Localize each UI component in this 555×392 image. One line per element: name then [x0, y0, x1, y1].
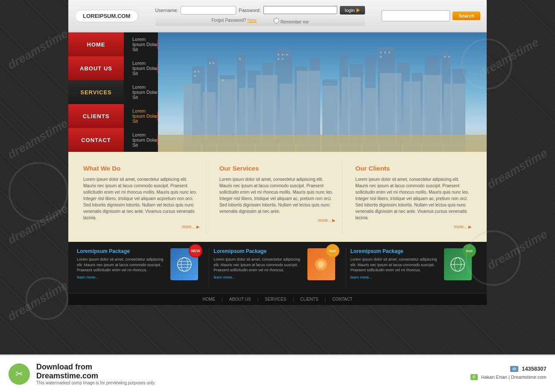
svg-rect-50	[444, 56, 446, 58]
package-1-box: NEW	[170, 248, 198, 280]
nav-clients[interactable]: CLIENTS Lorem Ipsum Dolar Sit	[68, 104, 158, 128]
nav-home-text: Lorem Ipsum Dolar Sit	[124, 37, 158, 52]
package-icon	[313, 256, 330, 273]
svg-rect-38	[213, 62, 214, 64]
package-1-badge: NEW	[189, 244, 202, 258]
svg-rect-35	[198, 71, 199, 73]
nav-home[interactable]: HOME Lorem Ipsum Dolar Sit	[68, 32, 158, 56]
package-2-body: Lorem ipsum dolor sit amet, consectetur …	[213, 257, 303, 273]
download-text: Download from Dreamstime.com This waterm…	[36, 363, 155, 385]
forgot-link[interactable]: Here	[247, 18, 257, 23]
package-3-box: %30	[444, 248, 472, 280]
col1-more[interactable]: more... ▶	[83, 224, 200, 229]
col3-body: Lorem ipsum dolor sit amet, consectetur …	[355, 176, 472, 221]
svg-rect-47	[384, 52, 386, 53]
package-2-text: Loremipsum Package Lorem ipsum dolor sit…	[213, 248, 303, 279]
city-skyline-svg	[158, 32, 487, 152]
content-col-3: Our Clients Lorem ipsum dolor sit amet, …	[349, 160, 478, 233]
package-2: Loremipsum Package Lorem ipsum dolor sit…	[213, 248, 341, 287]
footer-nav: HOME | ABOUT US | SERVICES | CLIENTS | C…	[68, 293, 487, 305]
svg-rect-42	[282, 54, 283, 55]
nav-services[interactable]: SERVICES Lorem Ipsum Dolar Sit	[68, 80, 158, 104]
website-container: LOREIPSUM.COM Username: Password: login …	[68, 0, 487, 305]
content-col-2: Our Services Lorem ipsum dolor sit amet,…	[213, 160, 343, 233]
remember-me-radio[interactable]	[274, 18, 279, 23]
footer-home[interactable]: HOME	[202, 297, 215, 302]
svg-rect-43	[286, 54, 288, 55]
search-input[interactable]	[382, 10, 450, 21]
nav-clients-text: Lorem Ipsum Dolar Sit	[124, 108, 158, 124]
svg-rect-41	[278, 54, 279, 55]
svg-point-59	[318, 261, 324, 268]
globe-icon	[176, 256, 193, 273]
author-text: Hakan Ertan | Dreamstime.com	[481, 375, 546, 380]
package-3-badge: %30	[462, 244, 476, 258]
nav-home-tab[interactable]: HOME	[68, 32, 124, 56]
packages-section: Loremipsum Package Lorem ipsum dolor sit…	[68, 242, 487, 293]
package-1-text: Loremipsum Package Lorem ipsum dolor sit…	[77, 248, 166, 279]
svg-rect-46	[380, 52, 382, 53]
username-input[interactable]	[181, 6, 236, 15]
bottom-bar: ✂ Download from Dreamstime.com This wate…	[0, 354, 555, 392]
logo: LOREIPSUM.COM	[75, 10, 138, 22]
package-1-learn[interactable]: learn more...	[77, 275, 166, 279]
col1-title: What We Do	[83, 165, 200, 172]
nav-clients-tab[interactable]: CLIENTS	[68, 104, 124, 128]
header-sub: Forgot Password? Here Remember me	[155, 16, 365, 26]
nav-services-tab[interactable]: SERVICES	[68, 80, 124, 104]
nav-contact[interactable]: CONTACT Lorem Ipsum Dolar Sit	[68, 128, 158, 152]
main-area: HOME Lorem Ipsum Dolar Sit ABOUT US Lore…	[68, 32, 487, 152]
login-button[interactable]: login	[340, 6, 365, 15]
package-3: Loremipsum Package Lorem ipsum dolor sit…	[351, 248, 478, 287]
svg-rect-40	[239, 58, 241, 60]
download-title: Download from	[36, 363, 155, 372]
col1-body: Lorem ipsum dolor sit amet, consectetur …	[83, 176, 200, 221]
col3-title: Our Clients	[355, 165, 472, 172]
package-3-img: %30	[444, 248, 478, 287]
nav-contact-tab[interactable]: CONTACT	[68, 128, 124, 152]
remember-me-area: Remember me	[274, 18, 309, 24]
username-label: Username:	[155, 8, 178, 13]
nav-services-text: Lorem Ipsum Dolar Sit	[124, 84, 158, 100]
svg-rect-52	[158, 135, 487, 152]
package-2-box: %20	[307, 248, 335, 280]
site-name: Dreamstime.com	[36, 372, 155, 380]
play-icon	[356, 8, 360, 12]
package-1-body: Lorem ipsum dolor sit amet, consectetur …	[77, 257, 166, 273]
forgot-password-text: Forgot Password? Here	[211, 18, 257, 24]
col2-more[interactable]: more... ▶	[219, 218, 336, 223]
svg-rect-34	[194, 71, 196, 73]
package-2-title[interactable]: Loremipsum Package	[213, 248, 303, 254]
password-label: Password:	[239, 8, 260, 13]
svg-rect-51	[448, 56, 450, 58]
footer-sep-2: |	[257, 297, 259, 302]
password-input[interactable]	[263, 6, 337, 14]
footer-services[interactable]: SERVICES	[265, 297, 286, 302]
scissors-icon: ✂	[9, 363, 30, 385]
id-row: ID 14358307	[470, 366, 546, 372]
disclaimer: This watermarked comp image is for previ…	[36, 380, 155, 385]
bottom-left: ✂ Download from Dreamstime.com This wate…	[0, 358, 462, 389]
nav-about-tab[interactable]: ABOUT US	[68, 56, 124, 80]
package-2-img: %20	[307, 248, 342, 287]
footer-sep-4: |	[325, 297, 326, 302]
package-3-learn[interactable]: learn more...	[351, 275, 440, 279]
package-1-title[interactable]: Loremipsum Package	[77, 248, 166, 254]
footer-about[interactable]: ABOUT US	[229, 297, 251, 302]
search-button[interactable]: Search	[453, 12, 480, 20]
col3-more[interactable]: more... ▶	[355, 224, 472, 229]
content-col-1: What We Do Lorem ipsum dolor sit amet, c…	[77, 160, 207, 233]
package-3-body: Lorem ipsum dolor sit amet, consectetur …	[351, 257, 440, 273]
nav-about[interactable]: ABOUT US Lorem Ipsum Dolar Sit	[68, 56, 158, 80]
footer-contact[interactable]: CONTACT	[332, 297, 353, 302]
package-3-title[interactable]: Loremipsum Package	[351, 248, 440, 254]
svg-rect-45	[282, 58, 283, 60]
footer-clients[interactable]: CLIENTS	[300, 297, 318, 302]
svg-rect-36	[194, 75, 196, 77]
package-2-badge: %20	[326, 244, 339, 258]
author-row: © Hakan Ertan | Dreamstime.com	[470, 374, 546, 380]
package-3-text: Loremipsum Package Lorem ipsum dolor sit…	[351, 248, 440, 279]
nav-about-text: Lorem Ipsum Dolar Sit	[124, 61, 158, 76]
package-2-learn[interactable]: learn more...	[213, 275, 303, 279]
col2-title: Our Services	[219, 165, 336, 172]
